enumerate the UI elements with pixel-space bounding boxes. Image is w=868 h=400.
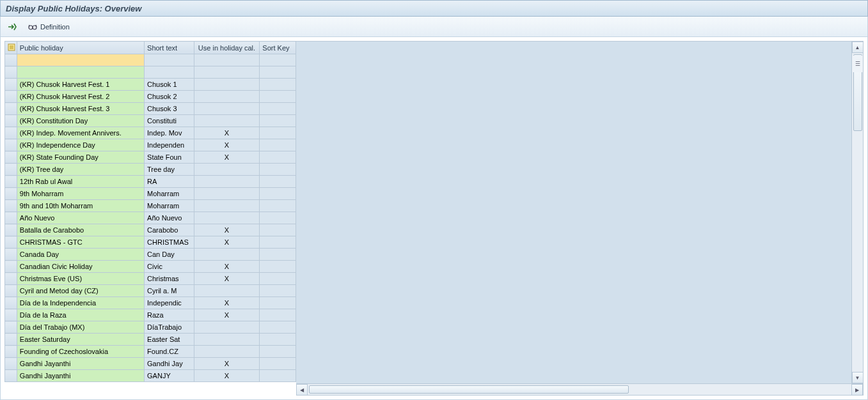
cell-holiday[interactable]: (KR) Independence Day xyxy=(17,139,144,151)
cell-sort[interactable] xyxy=(260,297,296,309)
cell-short[interactable]: GANJY xyxy=(145,370,194,382)
cell-sort[interactable] xyxy=(260,358,296,370)
scroll-up-icon[interactable]: ▲ xyxy=(852,42,864,53)
cell-use[interactable] xyxy=(194,66,260,79)
row-selector[interactable] xyxy=(5,321,17,334)
cell-short[interactable]: Can Day xyxy=(145,249,194,261)
cell-use[interactable] xyxy=(194,212,260,224)
cell-holiday[interactable]: 12th Rab ul Awal xyxy=(17,176,144,188)
row-selector[interactable] xyxy=(5,309,17,321)
cell-sort[interactable] xyxy=(260,212,296,224)
cell-holiday[interactable]: (KR) Constitution Day xyxy=(17,115,144,127)
cell-holiday[interactable]: (KR) Tree day xyxy=(17,164,144,176)
column-header-use[interactable]: Use in holiday cal. xyxy=(194,42,260,54)
cell-use[interactable] xyxy=(194,79,260,91)
row-selector[interactable] xyxy=(5,66,17,79)
cell-holiday[interactable]: Cyril and Metod day (CZ) xyxy=(17,285,144,297)
row-selector[interactable] xyxy=(5,297,17,309)
row-selector[interactable] xyxy=(5,358,17,370)
row-selector[interactable] xyxy=(5,79,17,91)
cell-short[interactable]: State Foun xyxy=(145,151,194,164)
scroll-thumb-horizontal[interactable] xyxy=(309,385,629,394)
row-selector[interactable] xyxy=(5,285,17,297)
row-selector[interactable] xyxy=(5,176,17,188)
cell-holiday[interactable]: Easter Saturday xyxy=(17,334,144,346)
cell-short[interactable]: Christmas xyxy=(145,273,194,285)
cell-sort[interactable] xyxy=(260,151,296,164)
cell-sort[interactable] xyxy=(260,249,296,261)
row-selector[interactable] xyxy=(5,249,17,261)
cell-short[interactable]: Independic xyxy=(145,297,194,309)
cell-short[interactable]: Easter Sat xyxy=(145,334,194,346)
cell-short[interactable]: CHRISTMAS xyxy=(145,236,194,249)
cell-use[interactable] xyxy=(194,200,260,212)
scroll-right-icon[interactable]: ▶ xyxy=(851,384,863,396)
cell-short[interactable]: Constituti xyxy=(145,115,194,127)
scroll-down-icon[interactable]: ▼ xyxy=(852,372,864,383)
scroll-track-horizontal[interactable] xyxy=(308,384,851,395)
cell-use[interactable] xyxy=(194,334,260,346)
cell-holiday[interactable]: (KR) State Founding Day xyxy=(17,151,144,164)
cell-sort[interactable] xyxy=(260,164,296,176)
cell-short[interactable]: Tree day xyxy=(145,164,194,176)
cell-use[interactable] xyxy=(194,115,260,127)
cell-short[interactable]: Año Nuevo xyxy=(145,212,194,224)
cell-short[interactable]: Cyril a. M xyxy=(145,285,194,297)
cell-use[interactable] xyxy=(194,91,260,103)
row-selector[interactable] xyxy=(5,261,17,273)
cell-use[interactable] xyxy=(194,164,260,176)
execute-button[interactable] xyxy=(4,20,20,34)
cell-sort[interactable] xyxy=(260,127,296,139)
horizontal-scrollbar[interactable]: ◀ ▶ xyxy=(296,383,863,395)
cell-holiday[interactable]: (KR) Chusok Harvest Fest. 2 xyxy=(17,91,144,103)
cell-sort[interactable] xyxy=(260,224,296,236)
definition-button[interactable]: Definition xyxy=(25,20,72,34)
cell-use[interactable]: X xyxy=(194,236,260,249)
cell-use[interactable] xyxy=(194,321,260,334)
cell-use[interactable]: X xyxy=(194,151,260,164)
cell-short[interactable]: DíaTrabajo xyxy=(145,321,194,334)
cell-use[interactable] xyxy=(194,346,260,358)
cell-sort[interactable] xyxy=(260,309,296,321)
filter-sort[interactable] xyxy=(260,54,296,66)
cell-use[interactable] xyxy=(194,249,260,261)
cell-use[interactable] xyxy=(194,103,260,115)
cell-short[interactable] xyxy=(145,66,194,79)
cell-sort[interactable] xyxy=(260,79,296,91)
cell-short[interactable]: RA xyxy=(145,176,194,188)
filter-short[interactable] xyxy=(145,54,194,66)
cell-holiday[interactable]: Batalla de Carabobo xyxy=(17,224,144,236)
cell-holiday[interactable]: Día del Trabajo (MX) xyxy=(17,321,144,334)
cell-short[interactable]: Chusok 3 xyxy=(145,103,194,115)
cell-holiday[interactable]: Christmas Eve (US) xyxy=(17,273,144,285)
cell-short[interactable]: Found.CZ xyxy=(145,346,194,358)
row-selector[interactable] xyxy=(5,115,17,127)
cell-use[interactable]: X xyxy=(194,261,260,273)
cell-sort[interactable] xyxy=(260,200,296,212)
cell-short[interactable]: Carabobo xyxy=(145,224,194,236)
select-all-header[interactable] xyxy=(5,42,17,54)
cell-use[interactable]: X xyxy=(194,224,260,236)
cell-holiday[interactable]: 9th and 10th Moharram xyxy=(17,200,144,212)
cell-short[interactable]: Chusok 1 xyxy=(145,79,194,91)
row-selector[interactable] xyxy=(5,54,17,66)
cell-use[interactable] xyxy=(194,285,260,297)
row-selector[interactable] xyxy=(5,139,17,151)
row-selector[interactable] xyxy=(5,273,17,285)
row-selector[interactable] xyxy=(5,370,17,382)
cell-use[interactable]: X xyxy=(194,273,260,285)
cell-sort[interactable] xyxy=(260,370,296,382)
scroll-left-icon[interactable]: ◀ xyxy=(296,384,308,396)
cell-short[interactable]: Independen xyxy=(145,139,194,151)
cell-sort[interactable] xyxy=(260,273,296,285)
row-selector[interactable] xyxy=(5,91,17,103)
cell-sort[interactable] xyxy=(260,188,296,200)
cell-short[interactable]: Civic xyxy=(145,261,194,273)
cell-holiday[interactable] xyxy=(17,66,144,79)
vertical-scrollbar[interactable]: ▲ ▼ xyxy=(851,42,863,383)
cell-holiday[interactable]: Founding of Czechoslovakia xyxy=(17,346,144,358)
row-selector[interactable] xyxy=(5,212,17,224)
filter-holiday[interactable] xyxy=(17,54,144,66)
cell-holiday[interactable]: Gandhi Jayanthi xyxy=(17,358,144,370)
cell-holiday[interactable]: 9th Moharram xyxy=(17,188,144,200)
